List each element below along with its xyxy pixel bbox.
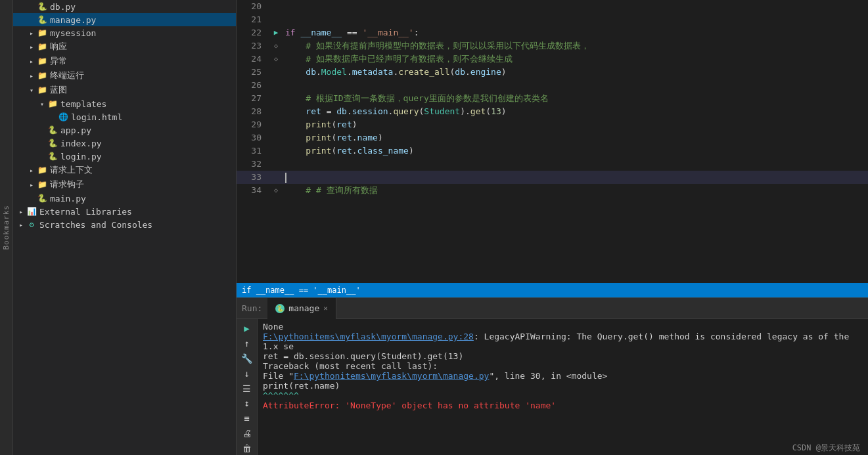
- output-file-line: File "F:\pythonitems\myflask\myorm\manag…: [263, 371, 863, 381]
- bottom-info: CSDN @景天科技苑: [785, 441, 868, 455]
- folder-icon: 📁: [37, 70, 47, 81]
- output-path-link[interactable]: F:\pythonitems\myflask\myorm\manage.py:2…: [263, 332, 474, 341]
- line-num-22: 22: [237, 26, 269, 39]
- fold-icon-34[interactable]: ◇: [274, 184, 278, 197]
- sidebar-label-login-html: login.html: [71, 112, 122, 122]
- sidebar-item-scratches[interactable]: ⚙ Scratches and Consoles: [13, 218, 236, 231]
- run-down-button[interactable]: ↓: [239, 366, 255, 380]
- line-num-25: 25: [237, 66, 269, 79]
- sidebar-item-ext-libs[interactable]: 📊 External Libraries: [13, 205, 236, 218]
- sidebar-item-app-py[interactable]: 🐍 app.py: [13, 123, 236, 137]
- arrow-closed: [16, 219, 26, 230]
- gutter-30: [269, 131, 283, 144]
- run-wrench-button[interactable]: 🔧: [239, 352, 255, 366]
- run-tab-manage[interactable]: 🐍 manage ✕: [267, 298, 336, 319]
- line-num-34: 34: [237, 184, 269, 197]
- output-traceback: Traceback (most recent call last):: [263, 361, 863, 371]
- output-file-post: ", line 30, in <module>: [489, 371, 607, 381]
- bookmarks-bar: Bookmarks: [0, 0, 13, 455]
- fold-icon-24[interactable]: ◇: [274, 53, 278, 66]
- line-num-20: 20: [237, 0, 269, 13]
- output-file-path[interactable]: F:\pythonitems\myflask\myorm\manage.py: [294, 371, 489, 381]
- sidebar-item-lanyou[interactable]: 📁 蓝图: [13, 83, 236, 97]
- sidebar-item-templates[interactable]: 📁 templates: [13, 97, 236, 110]
- arrow-closed: [26, 70, 37, 81]
- sidebar: 🐍 db.py 🐍 manage.py 📁 mysession 📁 响应 📁 异…: [13, 0, 237, 455]
- arrow-open: [26, 85, 37, 95]
- line-num-24: 24: [237, 53, 269, 66]
- output-code-line: ret = db.session.query(Student).get(13): [263, 351, 863, 361]
- arrow-closed: [26, 41, 37, 52]
- run-arrow-icon[interactable]: ▶: [274, 26, 279, 39]
- line-content-20: [283, 0, 868, 13]
- run-filter-button[interactable]: ☰: [239, 381, 255, 395]
- sidebar-item-yichang[interactable]: 📁 异常: [13, 54, 236, 68]
- folder-icon: 📁: [47, 98, 58, 109]
- gutter-28: [269, 105, 283, 118]
- py-icon: 🐍: [37, 1, 47, 12]
- run-tab-name: manage: [288, 303, 319, 313]
- folder-icon: 📁: [37, 85, 47, 95]
- sidebar-item-index-py[interactable]: 🐍 index.py: [13, 137, 236, 150]
- line-num-28: 28: [237, 105, 269, 118]
- arrow-closed: [16, 206, 26, 217]
- bookmarks-label: Bookmarks: [2, 205, 11, 250]
- line-content-31: print(ret.class_name): [283, 144, 868, 158]
- output-file-pre: File ": [263, 371, 294, 381]
- code-line-32: 32: [237, 158, 868, 171]
- run-lines-button[interactable]: ≡: [239, 412, 255, 425]
- sidebar-item-xianying[interactable]: 📁 响应: [13, 39, 236, 54]
- run-output: None F:\pythonitems\myflask\myorm\manage…: [258, 319, 868, 455]
- code-view: 20 21 22 ▶ if __name__ == '__main__':: [237, 0, 868, 283]
- arrow-empty: [26, 1, 37, 12]
- run-scroll-button[interactable]: ↕: [239, 397, 255, 410]
- output-print-line: print(ret.name): [263, 381, 863, 391]
- sidebar-item-qiuqiu[interactable]: 📁 请求上下文: [13, 163, 236, 177]
- line-content-32: [283, 158, 868, 171]
- line-num-23: 23: [237, 39, 269, 53]
- run-print-button[interactable]: 🖨: [239, 426, 255, 440]
- sidebar-item-manage-py[interactable]: 🐍 manage.py: [13, 13, 236, 26]
- run-trash-button[interactable]: 🗑: [239, 441, 255, 455]
- run-play-button[interactable]: ▶: [239, 322, 255, 336]
- code-line-21: 21: [237, 13, 868, 26]
- line-num-21: 21: [237, 13, 269, 26]
- fold-icon-23[interactable]: ◇: [274, 39, 278, 53]
- line-num-33: 33: [237, 171, 269, 184]
- editor-statusbar: if __name__ == '__main__': [237, 283, 868, 297]
- run-panel: Run: 🐍 manage ✕ ▶ ↑ 🔧 ↓ ☰ ↕ ≡ 🖨 🗑: [237, 297, 868, 455]
- code-line-23: 23 ◇ # 如果没有提前声明模型中的数据表，则可以以采用以下代码生成数据表，: [237, 39, 868, 53]
- sidebar-item-main-py[interactable]: 🐍 main.py: [13, 192, 236, 205]
- run-up-button[interactable]: ↑: [239, 337, 255, 351]
- sidebar-item-login-py[interactable]: 🐍 login.py: [13, 150, 236, 163]
- arrow-empty: [37, 151, 47, 162]
- folder-icon: 📁: [37, 56, 47, 66]
- sidebar-item-mysession[interactable]: 📁 mysession: [13, 26, 236, 39]
- arrow-closed: [26, 28, 37, 38]
- code-line-33: 33: [237, 171, 868, 184]
- sidebar-item-login-html[interactable]: 🌐 login.html: [13, 110, 236, 123]
- output-traceback-text: Traceback (most recent call last):: [263, 361, 438, 371]
- tab-icon: 🐍: [275, 304, 285, 313]
- editor[interactable]: 20 21 22 ▶ if __name__ == '__main__':: [237, 0, 868, 297]
- arrow-closed: [26, 179, 37, 190]
- sidebar-item-db-py[interactable]: 🐍 db.py: [13, 0, 236, 13]
- sidebar-item-zhongduan[interactable]: 📁 终端运行: [13, 68, 236, 83]
- arrow-open: [37, 98, 47, 109]
- gutter-33: [269, 171, 283, 184]
- line-content-33: [283, 171, 868, 184]
- sidebar-label-jiegou: 请求钩子: [50, 179, 84, 190]
- statusbar-text: if __name__ == '__main__': [242, 286, 361, 295]
- sidebar-label-ext-libs: External Libraries: [39, 207, 132, 217]
- tab-close-button[interactable]: ✕: [323, 304, 328, 313]
- gutter-21: [269, 13, 283, 26]
- py-icon: 🐍: [37, 14, 47, 25]
- console-icon: ⚙: [26, 219, 37, 230]
- arrow-empty: [26, 14, 37, 25]
- arrow-closed: [26, 56, 37, 66]
- code-line-22: 22 ▶ if __name__ == '__main__':: [237, 26, 868, 39]
- gutter-23: ◇: [269, 39, 283, 53]
- sidebar-item-jiegou[interactable]: 📁 请求钩子: [13, 177, 236, 192]
- code-line-25: 25 db.Model.metadata.create_all(db.engin…: [237, 66, 868, 79]
- line-num-29: 29: [237, 118, 269, 131]
